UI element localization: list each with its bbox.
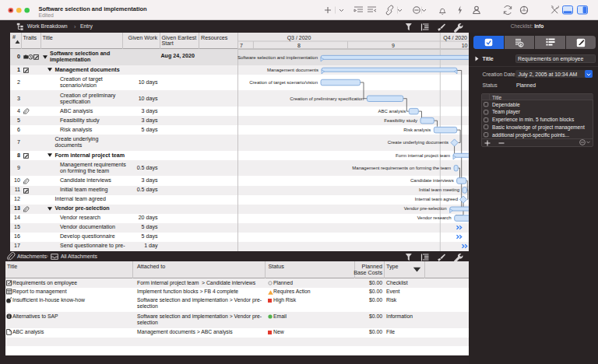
svg-text:ABC analysis: ABC analysis [378,109,406,114]
svg-text:10: 10 [462,43,468,48]
svg-text:Create underlying documents: Create underlying documents [388,140,448,145]
svg-text:Feasibility study: Feasibility study [384,118,417,123]
svg-text:Management requirements on for: Management requirements on forming the t… [352,166,451,170]
svg-text:Initial team meeting: Initial team meeting [419,187,459,192]
svg-text:Candidate interviews: Candidate interviews [410,178,454,183]
svg-text:Internal team agreed: Internal team agreed [415,197,458,201]
svg-text:Management documents: Management documents [267,68,318,72]
svg-text:Creation of target scenario/vi: Creation of target scenario/vision [249,80,318,85]
svg-text:Creation of preliminary specif: Creation of preliminary specification [290,96,364,101]
svg-text:Q3 / 2020: Q3 / 2020 [287,35,311,41]
svg-text:Q4 / 2020: Q4 / 2020 [443,35,467,41]
svg-text:Vendor research: Vendor research [417,215,452,220]
svg-text:7: 7 [240,43,243,48]
svg-text:Risk analysis: Risk analysis [403,128,431,132]
svg-text:8: 8 [297,43,301,48]
svg-text:Form internal project team: Form internal project team [396,153,450,158]
svg-text:Vendor pre-selection: Vendor pre-selection [404,206,447,211]
svg-text:9: 9 [392,43,395,48]
svg-text:Software selection and impleme: Software selection and implementation [237,55,318,60]
